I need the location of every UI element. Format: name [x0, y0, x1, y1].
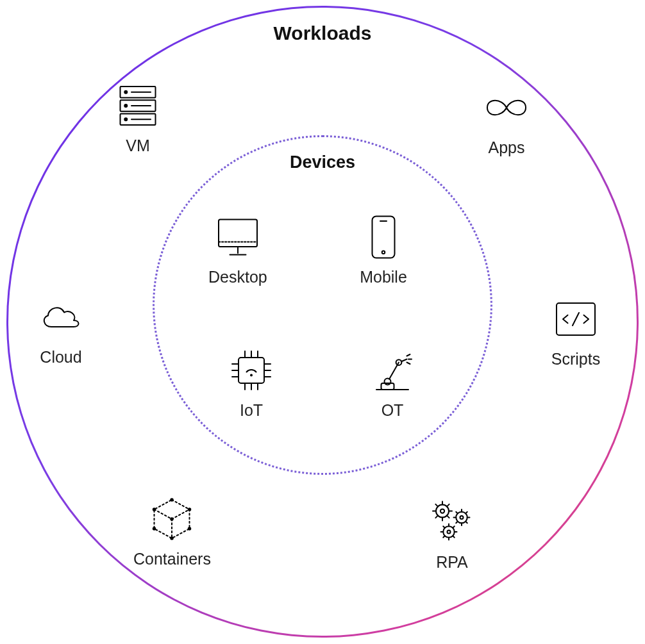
device-mobile-label: Mobile [360, 268, 407, 286]
gears-icon [426, 497, 478, 548]
svg-line-48 [443, 536, 445, 538]
svg-point-70 [250, 374, 253, 377]
device-ot-label: OT [381, 401, 404, 420]
svg-point-14 [188, 508, 192, 511]
svg-point-31 [460, 516, 464, 519]
server-icon [112, 80, 163, 131]
inner-title: Devices [290, 153, 355, 172]
svg-point-18 [153, 508, 156, 511]
phone-icon [358, 211, 409, 263]
svg-line-47 [453, 536, 455, 538]
device-mobile: Mobile [358, 211, 409, 286]
svg-line-27 [447, 515, 449, 518]
workload-vm: VM [112, 80, 163, 155]
workload-cloud-label: Cloud [40, 348, 81, 367]
workload-rpa-label: RPA [436, 553, 468, 572]
svg-point-3 [124, 91, 127, 94]
svg-point-4 [124, 104, 127, 107]
svg-line-10 [573, 313, 579, 326]
workload-containers-label: Containers [133, 550, 211, 568]
chip-icon [226, 345, 277, 396]
svg-line-49 [453, 526, 455, 528]
workload-rpa: RPA [426, 497, 478, 572]
svg-line-29 [447, 504, 449, 507]
svg-point-5 [124, 118, 127, 120]
svg-line-36 [456, 512, 458, 514]
svg-rect-54 [373, 217, 395, 258]
workload-cloud: Cloud [35, 292, 87, 367]
svg-point-19 [171, 517, 174, 521]
svg-point-21 [440, 509, 444, 513]
svg-point-13 [171, 498, 174, 502]
device-ot: OT [367, 345, 418, 420]
svg-point-15 [188, 527, 192, 531]
workload-scripts-label: Scripts [551, 350, 600, 368]
cloud-icon [35, 292, 87, 343]
monitor-icon [212, 211, 264, 263]
svg-line-46 [443, 526, 445, 528]
svg-point-17 [153, 527, 156, 531]
device-desktop: Desktop [208, 211, 267, 286]
workload-vm-label: VM [126, 136, 150, 155]
inner-circle [153, 135, 492, 475]
cube-icon [146, 493, 197, 545]
svg-line-39 [465, 512, 467, 514]
infinity-icon [481, 82, 532, 133]
code-icon [550, 293, 601, 345]
svg-point-56 [382, 251, 385, 254]
svg-point-41 [448, 531, 451, 534]
svg-line-37 [465, 522, 467, 524]
svg-point-16 [171, 536, 174, 540]
svg-line-28 [435, 515, 438, 518]
svg-line-26 [435, 504, 438, 507]
outer-title: Workloads [274, 22, 372, 44]
device-iot: IoT [226, 345, 277, 420]
workload-apps: Apps [481, 82, 532, 157]
workload-containers: Containers [133, 493, 211, 568]
svg-rect-50 [219, 220, 257, 247]
device-desktop-label: Desktop [208, 268, 267, 286]
robot-arm-icon [367, 345, 418, 396]
device-iot-label: IoT [240, 401, 263, 420]
svg-line-76 [401, 359, 407, 362]
workload-apps-label: Apps [489, 138, 525, 157]
svg-line-38 [456, 522, 458, 524]
workload-scripts: Scripts [550, 293, 601, 368]
